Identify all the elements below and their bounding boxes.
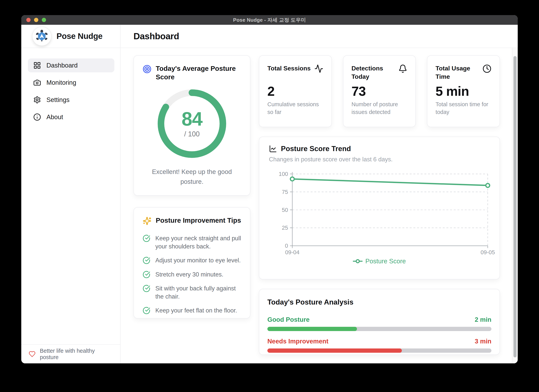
svg-text:25: 25: [282, 225, 288, 231]
tip-item: Adjust your monitor to eye level.: [143, 256, 241, 265]
check-circle-icon: [143, 307, 150, 315]
sidebar-item-label: Dashboard: [46, 62, 77, 69]
check-circle-icon: [143, 234, 150, 242]
tip-item: Stretch every 30 minutes.: [143, 271, 241, 279]
app-window: Pose Nudge - 자세 교정 도우미 P: [21, 15, 518, 363]
stat-description: Total session time for today: [435, 100, 491, 116]
trend-chart: 025507510009-0409-05: [269, 168, 490, 254]
stat-card-detections-today: Detections Today 73 Number of posture is…: [343, 55, 416, 127]
analysis-row-label: Good Posture: [267, 316, 310, 323]
traffic-lights: [26, 15, 46, 25]
svg-text:09-05: 09-05: [481, 249, 495, 255]
svg-text:100: 100: [279, 171, 288, 177]
tip-item: Sit with your back fully against the cha…: [143, 284, 241, 300]
sidebar: Pose Nudge Dashboard Monitoring: [21, 25, 120, 363]
stat-title: Detections Today: [351, 64, 395, 81]
progress-bar-track: [267, 348, 491, 353]
analysis-title: Today's Posture Analysis: [267, 298, 491, 306]
gear-icon: [33, 96, 41, 104]
legend-marker-icon: [353, 259, 363, 264]
brand: Pose Nudge: [21, 25, 120, 48]
line-chart-icon: [269, 145, 277, 153]
main-header: Dashboard: [120, 25, 518, 48]
chart-subtitle: Changes in posture score over the last 6…: [269, 156, 490, 163]
svg-text:75: 75: [282, 189, 288, 195]
chart-title: Posture Score Trend: [281, 145, 351, 153]
main-area: Dashboard Today's Average Posture Score: [120, 25, 518, 363]
bell-icon: [398, 64, 407, 73]
page-title: Dashboard: [134, 31, 179, 41]
trend-chart-card: Posture Score Trend Changes in posture s…: [259, 137, 500, 279]
stat-description: Cumulative sessions so far: [267, 100, 323, 116]
sidebar-item-label: Monitoring: [46, 79, 76, 86]
stat-card-total-sessions: Total Sessions 2 Cumulative sessions so …: [259, 55, 332, 127]
heart-icon: [29, 351, 36, 358]
analysis-row-label: Needs Improvement: [267, 338, 328, 345]
sidebar-footer: Better life with healthy posture: [21, 344, 120, 363]
stat-description: Number of posture issues detected: [351, 100, 407, 116]
score-message: Excellent! Keep up the good posture.: [143, 167, 241, 187]
sparkles-icon: [143, 217, 151, 225]
svg-text:0: 0: [285, 243, 288, 249]
svg-text:50: 50: [282, 207, 288, 213]
analysis-row: Needs Improvement 3 min: [267, 338, 491, 353]
tip-item: Keep your feet flat on the floor.: [143, 306, 241, 315]
stat-value: 5 min: [435, 85, 491, 98]
dashboard-content: Today's Average Posture Score 84 / 100: [120, 48, 518, 363]
tip-text: Stretch every 30 minutes.: [155, 271, 223, 279]
stat-value: 73: [351, 85, 407, 98]
info-icon: [33, 113, 41, 121]
left-column: Today's Average Posture Score 84 / 100: [134, 55, 250, 355]
sidebar-item-settings[interactable]: Settings: [28, 93, 114, 107]
tip-text: Adjust your monitor to eye level.: [155, 256, 241, 265]
analysis-bar-fill: [267, 327, 357, 331]
svg-text:09-04: 09-04: [285, 249, 299, 255]
posture-analysis-card: Today's Posture Analysis Good Posture 2 …: [259, 289, 500, 355]
sidebar-item-label: About: [46, 113, 63, 121]
tip-text: Keep your feet flat on the floor.: [155, 306, 237, 315]
clock-icon: [482, 64, 491, 73]
legend-label: Posture Score: [365, 257, 406, 265]
sidebar-item-label: Settings: [46, 96, 69, 103]
window-title: Pose Nudge - 자세 교정 도우미: [233, 17, 306, 23]
scrollbar-track: [512, 48, 518, 363]
sidebar-item-about[interactable]: About: [28, 110, 114, 124]
analysis-row-value: 2 min: [475, 316, 491, 323]
minimize-button[interactable]: [34, 18, 38, 22]
check-circle-icon: [143, 256, 150, 264]
analysis-bar-fill: [267, 348, 402, 353]
tips-list: Keep your neck straight and pull your sh…: [143, 234, 241, 315]
score-card-title: Today's Average Posture Score: [156, 64, 241, 81]
footer-tagline: Better life with healthy posture: [40, 348, 113, 360]
stat-card-total-usage-time: Total Usage Time 5 min Total session tim…: [427, 55, 500, 127]
trend-chart-svg: 025507510009-0409-05: [269, 168, 490, 254]
tip-item: Keep your neck straight and pull your sh…: [143, 234, 241, 250]
chart-legend: Posture Score: [269, 257, 490, 265]
camera-icon: [33, 79, 41, 87]
tips-card-title: Posture Improvement Tips: [156, 216, 241, 225]
analysis-row: Good Posture 2 min: [267, 316, 491, 331]
score-denominator: / 100: [184, 130, 200, 138]
score-ring: 84 / 100: [156, 88, 228, 160]
turtle-logo-icon: [33, 27, 51, 45]
dashboard-grid-icon: [33, 62, 41, 69]
tip-text: Sit with your back fully against the cha…: [155, 284, 241, 300]
scrollbar-thumb[interactable]: [514, 56, 517, 357]
check-circle-icon: [143, 271, 150, 278]
sidebar-item-dashboard[interactable]: Dashboard: [28, 58, 114, 72]
tip-text: Keep your neck straight and pull your sh…: [155, 234, 241, 250]
progress-bar-track: [267, 327, 491, 331]
target-icon: [143, 65, 151, 73]
brand-name: Pose Nudge: [57, 32, 102, 41]
stat-title: Total Sessions: [267, 64, 311, 73]
sidebar-nav: Dashboard Monitoring Settings: [21, 48, 120, 124]
tips-card: Posture Improvement Tips Keep your neck …: [134, 207, 250, 319]
close-button[interactable]: [26, 18, 31, 22]
activity-icon: [314, 64, 323, 73]
stat-value: 2: [267, 85, 323, 98]
right-column: Total Sessions 2 Cumulative sessions so …: [259, 55, 500, 355]
zoom-button[interactable]: [42, 18, 46, 22]
stats-row: Total Sessions 2 Cumulative sessions so …: [259, 55, 500, 127]
sidebar-item-monitoring[interactable]: Monitoring: [28, 76, 114, 90]
analysis-row-value: 3 min: [475, 338, 491, 345]
